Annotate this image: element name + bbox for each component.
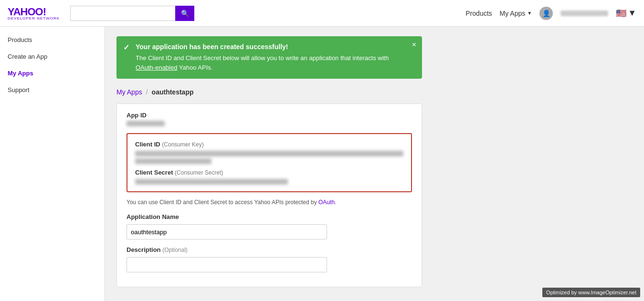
my-apps-label: My Apps	[500, 10, 526, 17]
search-input[interactable]	[70, 6, 175, 21]
oauth-link[interactable]: OAuth	[318, 199, 335, 206]
app-name-label: Application Name	[127, 213, 412, 220]
client-id-sublabel: (Consumer Key)	[162, 141, 203, 148]
header-nav: Products My Apps ▼ 👤 🇺🇸 ▼	[465, 7, 636, 20]
client-secret-sublabel: (Consumer Secret)	[175, 169, 223, 176]
client-secret-value	[135, 179, 288, 185]
description-input[interactable]	[127, 257, 327, 272]
checkmark-icon: ✓	[123, 43, 129, 52]
description-sublabel: (Optional)	[162, 247, 188, 253]
alert-body-text: The Client ID and Client Secret below wi…	[136, 54, 389, 62]
oauth-note-before: You can use Client ID and Client Secret …	[127, 199, 318, 206]
sidebar: Products Create an App My Apps Support	[0, 27, 105, 301]
sidebar-item-support[interactable]: Support	[0, 82, 105, 98]
app-id-value	[127, 121, 165, 126]
flag-chevron-icon: ▼	[628, 8, 636, 18]
alert-body: The Client ID and Client Secret below wi…	[136, 53, 403, 72]
search-icon: 🔍	[181, 10, 189, 17]
description-label: Description (Optional)	[127, 246, 412, 253]
avatar[interactable]: 👤	[539, 7, 553, 20]
nav-my-apps-button[interactable]: My Apps ▼	[500, 10, 532, 17]
main-content: ✓ × Your application has been created su…	[105, 27, 644, 301]
client-id-label: Client ID (Consumer Key)	[135, 141, 403, 148]
search-bar: 🔍	[70, 6, 194, 21]
alert-body-end: Yahoo APIs.	[177, 64, 212, 71]
app-card: App ID Client ID (Consumer Key) Client S…	[116, 104, 422, 287]
page-layout: Products Create an App My Apps Support ✓…	[0, 27, 644, 301]
app-name-input[interactable]	[127, 224, 327, 239]
nav-products-link[interactable]: Products	[465, 10, 492, 17]
username-display	[560, 10, 608, 16]
breadcrumb-separator: /	[146, 88, 148, 96]
success-alert: ✓ × Your application has been created su…	[116, 36, 422, 79]
flag-icon: 🇺🇸	[616, 8, 626, 19]
oauth-enabled-link[interactable]: OAuth-enabled	[136, 64, 177, 71]
breadcrumb-current-app: oauthtestapp	[152, 88, 194, 96]
header: YAHOO! DEVELOPER NETWORK 🔍 Products My A…	[0, 0, 644, 27]
avatar-icon: 👤	[542, 10, 550, 17]
app-id-section: App ID	[127, 112, 412, 126]
alert-close-button[interactable]: ×	[412, 41, 416, 49]
oauth-note: You can use Client ID and Client Secret …	[127, 199, 412, 206]
sidebar-item-create-app[interactable]: Create an App	[0, 48, 105, 65]
search-button[interactable]: 🔍	[175, 6, 194, 21]
optimizer-badge: Optimized by www.ImageOptimizer.net	[542, 288, 640, 297]
app-id-label: App ID	[127, 112, 412, 119]
my-apps-chevron-icon: ▼	[527, 10, 532, 16]
logo: YAHOO! DEVELOPER NETWORK	[8, 6, 60, 21]
oauth-note-after: .	[335, 199, 336, 206]
language-selector[interactable]: 🇺🇸 ▼	[616, 8, 636, 19]
sidebar-item-products[interactable]: Products	[0, 31, 105, 48]
breadcrumb-my-apps-link[interactable]: My Apps	[116, 88, 142, 96]
client-id-value-2	[135, 158, 211, 164]
sidebar-item-my-apps[interactable]: My Apps	[0, 65, 105, 82]
client-secret-label: Client Secret (Consumer Secret)	[135, 169, 403, 176]
client-id-value	[135, 151, 403, 156]
alert-title: Your application has been created succes…	[136, 43, 403, 51]
credentials-box: Client ID (Consumer Key) Client Secret (…	[127, 133, 412, 192]
breadcrumb: My Apps / oauthtestapp	[116, 88, 633, 96]
developer-network-label: DEVELOPER NETWORK	[8, 16, 60, 21]
